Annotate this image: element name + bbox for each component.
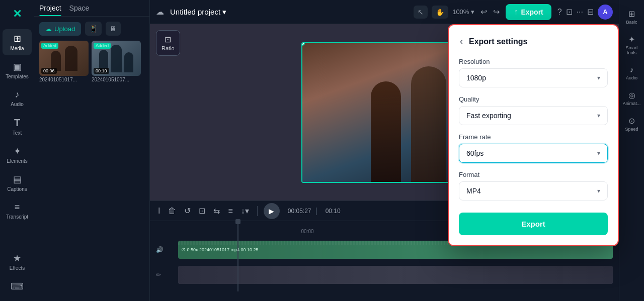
sidebar-item-label: Media <box>10 46 24 51</box>
help-icon[interactable]: ? <box>557 8 562 17</box>
top-bar-icons: ? ⊡ ··· ⊟ A <box>557 5 613 20</box>
track-edit-icon[interactable]: ✏ <box>156 271 161 278</box>
logo[interactable]: ✕ <box>8 5 26 23</box>
smart-tools-icon: ✦ <box>628 35 635 44</box>
redo-button[interactable]: ↪ <box>491 5 502 19</box>
avatar[interactable]: A <box>598 5 613 20</box>
zoom-control[interactable]: 100% ▾ <box>452 8 474 16</box>
resolution-select[interactable]: 1080p ▾ <box>459 68 608 87</box>
ruler-mark-start: 00:00 <box>215 229 399 234</box>
rs-item-smart-tools[interactable]: ✦ Smart tools <box>620 31 643 59</box>
format-select[interactable]: MP4 ▾ <box>459 181 608 200</box>
delete-tool-button[interactable]: 🗑 <box>166 205 178 218</box>
hand-tool-button[interactable]: ✋ <box>432 6 448 19</box>
right-sidebar: ⊞ Basic ✦ Smart tools ♪ Audio ◎ Animat..… <box>619 0 644 301</box>
export-confirm-button[interactable]: Export <box>459 213 608 235</box>
sidebar-item-label: Captions <box>7 186 27 192</box>
keyboard-icon: ⌨ <box>11 281 24 292</box>
sidebar-item-audio[interactable]: ♪ Audio <box>3 85 32 111</box>
rs-label: Audio <box>626 75 637 80</box>
export-back-button[interactable]: ‹ <box>459 35 464 48</box>
templates-icon: ▣ <box>13 61 22 72</box>
left-sidebar: ✕ ⊞ Media ▣ Templates ♪ Audio T Text ✦ E… <box>0 0 34 301</box>
animate-icon: ◎ <box>628 90 635 100</box>
rotate-tool-button[interactable]: ↺ <box>182 204 193 218</box>
ratio-label: Ratio <box>162 45 175 51</box>
layout-icon[interactable]: ⊟ <box>587 7 594 17</box>
media-thumb-2[interactable]: Added 00:10 <box>92 41 141 76</box>
audio-right-icon: ♪ <box>630 65 634 74</box>
timeline-track-row-2: ✏ <box>150 262 619 287</box>
cloud-save-icon: ☁ <box>156 7 164 17</box>
quality-select[interactable]: Fast exporting ▾ <box>459 106 608 125</box>
tab-space[interactable]: Space <box>69 4 90 16</box>
mobile-upload-button[interactable]: 📱 <box>85 22 102 36</box>
sidebar-item-transcript[interactable]: ≡ Transcript <box>3 198 32 224</box>
frame-rate-value: 60fps <box>466 149 484 157</box>
rs-item-animate[interactable]: ◎ Animat... <box>620 86 643 110</box>
top-bar: ☁ Untitled project ▾ ↖ ✋ 100% ▾ ↩ ↪ ↑ Ex… <box>150 0 619 24</box>
sidebar-item-effects[interactable]: ★ Effects <box>3 249 32 275</box>
sidebar-item-keyboard[interactable]: ⌨ <box>3 277 32 296</box>
resolution-chevron: ▾ <box>597 74 600 81</box>
media-grid: Added 00:06 202401051017... Added 00:10 … <box>34 41 149 83</box>
share-icon[interactable]: ⊡ <box>566 7 573 17</box>
resolution-field: Resolution 1080p ▾ <box>459 58 608 87</box>
export-button-label: Export <box>521 8 543 16</box>
flip-tool-button[interactable]: ⇆ <box>211 204 222 218</box>
more-options-icon[interactable]: ··· <box>577 8 583 17</box>
sidebar-item-label: Transcript <box>6 214 28 220</box>
sidebar-item-captions[interactable]: ▤ Captions <box>3 170 32 196</box>
ratio-icon: ⊡ <box>165 35 171 44</box>
track-clip-2[interactable] <box>178 266 613 284</box>
export-panel-header: ‹ Export settings <box>459 35 608 48</box>
project-name[interactable]: Untitled project ▾ <box>170 8 226 17</box>
sidebar-item-elements[interactable]: ✦ Elements <box>3 142 32 168</box>
captions-icon: ▤ <box>13 174 22 185</box>
upload-row: ☁ Upload 📱 🖥 <box>34 17 149 41</box>
quality-value: Fast exporting <box>466 112 511 120</box>
project-name-text: Untitled project <box>170 8 220 16</box>
sidebar-item-text[interactable]: T Text <box>3 113 32 140</box>
crop-tool-button[interactable]: ⊡ <box>197 204 207 218</box>
export-button[interactable]: ↑ Export <box>506 4 551 20</box>
quality-label: Quality <box>459 95 608 103</box>
playhead-handle[interactable] <box>235 219 240 224</box>
export-panel-title: Export settings <box>469 37 527 46</box>
upload-icon: ☁ <box>45 25 52 33</box>
sidebar-item-media[interactable]: ⊞ Media <box>3 29 32 55</box>
upload-label: Upload <box>54 25 75 33</box>
align-tool-button[interactable]: ≡ <box>226 205 234 218</box>
quality-chevron: ▾ <box>597 112 600 119</box>
frame-rate-field: Frame rate 60fps ▾ <box>459 133 608 163</box>
split-tool-button[interactable]: I <box>156 205 162 218</box>
format-field: Format MP4 ▾ <box>459 171 608 200</box>
playhead[interactable] <box>237 221 238 291</box>
rs-item-speed[interactable]: ⊙ Speed <box>620 112 643 136</box>
ratio-button[interactable]: ⊡ Ratio <box>156 30 180 56</box>
track-volume-icon[interactable]: 🔊 <box>156 246 164 253</box>
frame-rate-select[interactable]: 60fps ▾ <box>459 144 608 163</box>
zoom-chevron: ▾ <box>471 8 474 16</box>
rs-item-audio[interactable]: ♪ Audio <box>620 61 643 84</box>
rs-item-basic[interactable]: ⊞ Basic <box>620 5 643 29</box>
transcript-icon: ≡ <box>15 202 20 213</box>
elements-icon: ✦ <box>14 146 21 157</box>
upload-button[interactable]: ☁ Upload <box>39 22 81 36</box>
download-tool-button[interactable]: ↓▾ <box>239 204 251 218</box>
track-clip-label-1: ⏱ 0.50x 202401051017.mp4 00:10:25 <box>181 247 259 252</box>
undo-button[interactable]: ↩ <box>478 5 489 19</box>
screen-record-button[interactable]: 🖥 <box>106 22 121 36</box>
sidebar-item-templates[interactable]: ▣ Templates <box>3 57 32 83</box>
resolution-label: Resolution <box>459 58 608 65</box>
media-thumb-1[interactable]: Added 00:06 <box>39 41 89 76</box>
play-button[interactable]: ▶ <box>264 203 280 219</box>
duration-badge-2: 00:10 <box>94 68 109 74</box>
tab-project[interactable]: Project <box>39 4 61 16</box>
rs-label: Animat... <box>623 101 641 106</box>
sidebar-item-label: Audio <box>11 102 24 107</box>
back-arrow-icon: ‹ <box>460 36 463 47</box>
time-separator: | <box>315 207 317 216</box>
sidebar-item-label: Text <box>13 130 22 136</box>
cursor-tool-button[interactable]: ↖ <box>414 6 428 19</box>
